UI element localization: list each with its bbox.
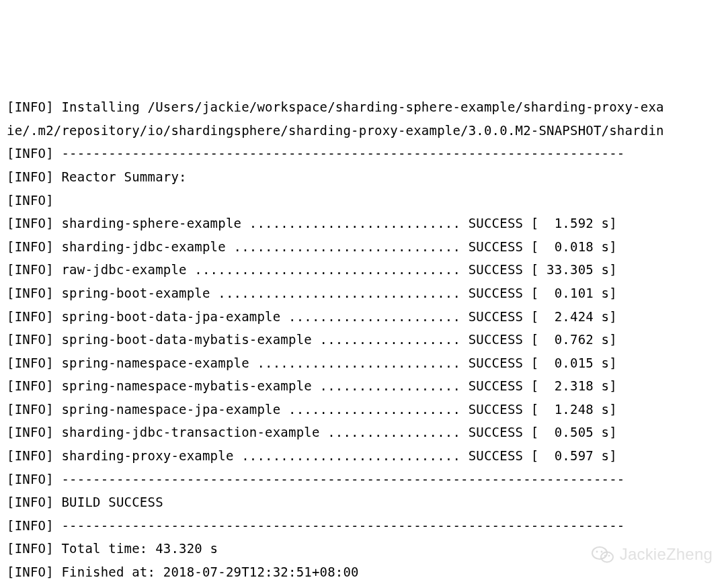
install-line-1: [INFO] Installing /Users/jackie/workspac…: [7, 95, 719, 119]
reactor-row: [INFO] spring-namespace-jpa-example ....…: [7, 398, 719, 421]
divider-line: [INFO] ---------------------------------…: [7, 514, 719, 538]
reactor-summary-header: [INFO] Reactor Summary:: [7, 165, 719, 189]
reactor-row: [INFO] sharding-proxy-example ..........…: [7, 444, 719, 468]
final-memory-line: [INFO] Final Memory: 40M/256M: [7, 583, 719, 588]
finished-at-line: [INFO] Finished at: 2018-07-29T12:32:51+…: [7, 560, 719, 584]
reactor-row: [INFO] sharding-sphere-example .........…: [7, 212, 719, 235]
total-time-line: [INFO] Total time: 43.320 s: [7, 537, 719, 560]
empty-info-line: [INFO]: [7, 189, 719, 212]
divider-line: [INFO] ---------------------------------…: [7, 468, 719, 491]
divider-line: [INFO] ---------------------------------…: [7, 142, 719, 165]
terminal-output[interactable]: [INFO] Installing /Users/jackie/workspac…: [7, 95, 719, 588]
reactor-row: [INFO] spring-boot-example .............…: [7, 282, 719, 305]
reactor-row: [INFO] spring-namespace-example ........…: [7, 351, 719, 375]
reactor-row: [INFO] sharding-jdbc-transaction-example…: [7, 421, 719, 444]
reactor-row: [INFO] sharding-jdbc-example ...........…: [7, 235, 719, 259]
reactor-row: [INFO] spring-namespace-mybatis-example …: [7, 374, 719, 398]
reactor-row: [INFO] spring-boot-data-mybatis-example …: [7, 328, 719, 351]
reactor-row: [INFO] spring-boot-data-jpa-example ....…: [7, 305, 719, 329]
install-line-2: ie/.m2/repository/io/shardingsphere/shar…: [7, 119, 719, 142]
reactor-row: [INFO] raw-jdbc-example ................…: [7, 258, 719, 282]
build-success-line: [INFO] BUILD SUCCESS: [7, 491, 719, 514]
